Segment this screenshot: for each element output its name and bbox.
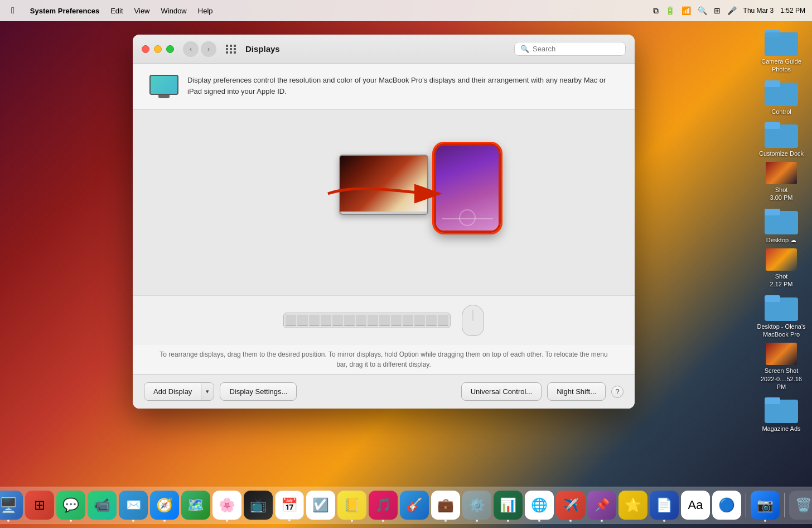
mouse-image [462,305,484,336]
titlebar: ‹ › Displays 🔍 [133,35,635,64]
add-display-dropdown[interactable]: ▾ [201,383,214,400]
menubar-app-name[interactable]: System Preferences [26,6,104,16]
red-arrow-annotation [317,171,451,218]
search-box[interactable]: 🔍 [514,42,626,56]
dock-divider-2 [784,493,785,517]
desktop-folder-olena[interactable]: Desktop - Olena's MacBook Pro [756,293,806,339]
dock-calendar[interactable]: 📅 [275,491,304,520]
menubar-right: ⧉ 🔋 📶 🔍 ⊞ 🎤 Thu Mar 3 1:52 PM [653,6,805,16]
svg-rect-10 [765,295,780,302]
dock-airmail[interactable]: ✈️ [556,491,585,520]
dock-messages[interactable]: 💬 [56,491,85,520]
dock: 🖥️ ⊞ 💬 📹 ✉️ 🧭 🗺️ 🌸 📺 📅 ☑️ [0,487,812,524]
dock-chrome2[interactable]: 🔵 [712,491,741,520]
screenshot-label: Shot3.00 PM [770,186,793,202]
dock-taska[interactable]: 📌 [587,491,616,520]
menubar-help[interactable]: Help [194,6,218,16]
dock-appletv[interactable]: 📺 [244,491,273,520]
folder-label: Desktop ☁ [766,236,796,244]
desktop-folder-desktop[interactable]: Desktop ☁ [756,207,806,244]
siri-icon[interactable]: 🎤 [727,6,737,15]
apple-menu[interactable]:  [7,4,19,17]
dock-dictionary[interactable]: Aa [681,491,710,520]
window-title: Displays [245,44,514,54]
wifi-icon[interactable]: 📶 [682,6,691,15]
menubar-date: Thu Mar 3 [743,7,774,15]
folder-icon [765,293,798,321]
dock-notes[interactable]: 📒 [337,491,366,520]
dock-reminders[interactable]: ☑️ [306,491,335,520]
desktop-folder-customize-dock[interactable]: Customize Dock [756,120,806,157]
dock-excel[interactable]: 📊 [494,491,523,520]
search-menubar-icon[interactable]: 🔍 [698,6,707,15]
screenshot-label: Shot2.12 PM [770,272,793,289]
dock-launchpad[interactable]: ⊞ [25,491,54,520]
night-shift-button[interactable]: Night Shift... [547,382,606,401]
add-display-group: Add Display ▾ [144,382,214,401]
battery-icon[interactable]: 🔋 [665,6,675,15]
svg-rect-12 [765,397,780,404]
keyboard-mouse-area [133,295,635,345]
desktop-folder-magazine-ads[interactable]: Magazine Ads [756,395,806,433]
dock-starred[interactable]: ⭐ [618,491,647,520]
folder-label: Customize Dock [759,150,804,157]
dock-finder[interactable]: 🖥️ [0,491,23,520]
mouse-line [473,310,473,321]
display-settings-button[interactable]: Display Settings... [220,382,297,401]
add-display-button[interactable]: Add Display [144,383,201,400]
maximize-button[interactable] [166,45,174,53]
controlcenter-icon[interactable]: ⊞ [714,6,721,15]
minimize-button[interactable] [154,45,162,53]
dock-system-prefs[interactable]: ⚙️ [462,491,491,520]
folder-icon [765,78,798,106]
info-banner: Display preferences control the resoluti… [133,64,635,110]
desktop-folder-camera-guide[interactable]: Camera Guide Photos [756,28,806,74]
folder-label: Magazine Ads [762,425,800,433]
dock-mail[interactable]: ✉️ [119,491,148,520]
dock-safari[interactable]: 🧭 [150,491,179,520]
dock-slack[interactable]: 💼 [431,491,460,520]
close-button[interactable] [142,45,149,53]
screenshot-shot-212pm[interactable]: Shot2.12 PM [756,248,806,289]
window-content: Display preferences control the resoluti… [133,64,635,409]
menubar-view[interactable]: View [130,6,154,16]
desktop-folder-control[interactable]: Control [756,78,806,116]
dock-chrome[interactable]: 🌐 [525,491,554,520]
svg-rect-6 [765,122,780,129]
display-icon-screen [149,75,178,95]
search-input[interactable] [533,45,620,53]
forward-button[interactable]: › [201,41,216,57]
grid-view-button[interactable] [223,41,239,57]
dock-music[interactable]: 🎵 [369,491,398,520]
menubar-window[interactable]: Window [157,6,191,16]
folder-icon [765,207,798,234]
folder-icon [765,120,798,148]
traffic-lights [142,45,174,53]
menubar-edit[interactable]: Edit [106,6,127,16]
desktop-folders: Camera Guide Photos Control Customize Do… [756,28,806,433]
dock-word[interactable]: 📄 [650,491,679,520]
dock-trash[interactable]: 🗑️ [789,491,812,520]
display-icon-stand [158,95,170,98]
hint-text: To rearrange displays, drag them to the … [133,345,635,374]
info-description: Display preferences control the resoluti… [187,75,618,97]
grid-icon [226,45,236,54]
dock-instruments[interactable]: 🎸 [400,491,429,520]
dock-photos[interactable]: 🌸 [212,491,241,520]
back-button[interactable]: ‹ [183,41,199,57]
displays-window: ‹ › Displays 🔍 Display preferences contr… [133,35,635,409]
dock-maps[interactable]: 🗺️ [181,491,210,520]
folder-icon [765,395,798,423]
screenshot-label: Screen Shot2022-0....52.16 PM [756,367,806,391]
search-icon: 🔍 [520,45,529,53]
help-button[interactable]: ? [611,386,624,398]
screenshot-shot-300pm[interactable]: Shot3.00 PM [756,162,806,202]
screenshot-2022[interactable]: Screen Shot2022-0....52.16 PM [756,343,806,391]
universal-control-button[interactable]: Universal Control... [461,382,542,401]
display-arrangement-area [133,110,635,295]
keyboard-keys [286,315,448,326]
screen-mirror-icon[interactable]: ⧉ [653,6,659,16]
dock-zoom[interactable]: 📷 [751,491,780,520]
svg-rect-2 [765,32,798,56]
dock-facetime[interactable]: 📹 [88,491,117,520]
